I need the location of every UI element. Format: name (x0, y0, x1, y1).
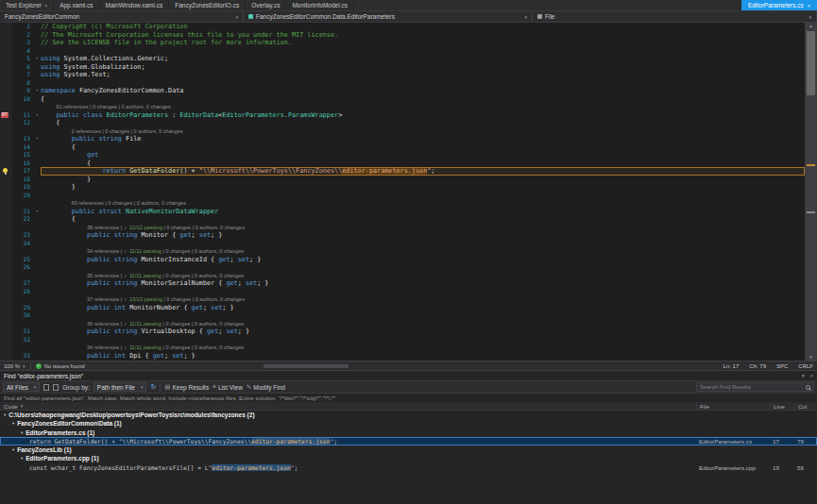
keep-results-toggle[interactable]: ▤ Keep Results (164, 382, 209, 392)
code-line[interactable]: 8 (0, 79, 805, 88)
code-line[interactable]: 20 (0, 192, 805, 200)
code-line[interactable]: 30 (0, 311, 805, 320)
code-editor[interactable]: 1// Copyright (c) Microsoft Corporation2… (0, 23, 817, 361)
codelens-row[interactable]: 38 references | ✓ 12/12 passing | 0 chan… (0, 224, 805, 232)
code-line[interactable]: 28 (0, 288, 805, 296)
scroll-up-icon[interactable]: ▲ (805, 23, 817, 29)
code-line[interactable]: 14 { (0, 143, 805, 152)
tab-app-xaml-cs[interactable]: App.xaml.cs (54, 0, 99, 10)
code-line[interactable]: 33 public int Dpi { get; set; } (0, 352, 805, 361)
search-input[interactable] (700, 384, 804, 390)
code-line[interactable]: 31 public string VirtualDesktop { get; s… (0, 328, 805, 336)
codelens-row[interactable]: 36 references | ✓ 11/11 passing | 0 chan… (0, 320, 805, 328)
close-icon[interactable]: × (808, 3, 810, 8)
column-line[interactable]: Line (770, 403, 794, 410)
group-by-dropdown[interactable]: Path then File ▾ (94, 382, 147, 392)
code-line[interactable]: 2// The Microsoft Corporation licenses t… (0, 31, 805, 40)
line-ending-indicator[interactable]: CRLF (798, 363, 813, 369)
codelens-row[interactable]: 91 references | 0 changes | 0 authors, 0… (0, 103, 805, 111)
scroll-down-icon[interactable]: ▼ (805, 354, 817, 361)
code-line[interactable]: 29 public int MonitorNumber { get; set; … (0, 304, 805, 312)
column-col[interactable]: Col (794, 403, 817, 410)
close-icon[interactable]: × (810, 373, 813, 378)
find-group-row[interactable]: ▾FancyZonesEditorCommon\Data (1) (0, 419, 817, 428)
code-line[interactable]: 32 (0, 336, 805, 344)
scrollbar-thumb[interactable] (264, 364, 349, 368)
find-group-row[interactable]: ▾C:\Users\zhaopengwang\Desktop\powertoys… (0, 411, 817, 419)
tab-fancyzoneseditorio-cs[interactable]: FancyZonesEditorIO.cs (169, 0, 246, 10)
scope-dropdown[interactable]: All Files ▾ (3, 382, 40, 392)
code-line[interactable]: 19 } (0, 183, 805, 192)
codelens-row[interactable]: 34 references | ✓ 11/11 passing | 0 chan… (0, 247, 805, 256)
find-group-row[interactable]: ▾EditorParameters.cs (1) (0, 428, 817, 437)
list-view-toggle[interactable]: ≡ List View (213, 382, 243, 392)
code-line[interactable]: 24 (0, 240, 805, 248)
expand-arrow-icon[interactable]: ▾ (21, 428, 23, 437)
horizontal-scrollbar[interactable] (90, 363, 713, 369)
tab-monitorinfomodel-cs[interactable]: MonitorInfoModel.cs (286, 0, 354, 10)
editor-vertical-scrollbar[interactable]: ▲ ▼ (805, 23, 817, 361)
fold-chevron-icon[interactable]: ▾ (33, 111, 41, 120)
codelens-row[interactable]: 37 references | ✓ 13/13 passing | 0 chan… (0, 295, 805, 304)
find-group-row[interactable]: ▾FancyZonesLib (1) (0, 445, 817, 454)
expand-arrow-icon[interactable]: ▾ (21, 454, 23, 462)
fold-chevron-icon[interactable]: ▾ (33, 55, 41, 63)
column-code[interactable]: Code ▾ (0, 403, 696, 410)
code-line[interactable]: 18 } (0, 176, 805, 184)
chevron-down-icon[interactable]: ▾ (802, 373, 805, 378)
code-line[interactable]: 1// Copyright (c) Microsoft Corporation (0, 23, 805, 31)
find-group-row[interactable]: ▾EditorParameters.cpp (1) (0, 454, 817, 462)
code-line[interactable]: 17 return GetDataFolder() + "\\Microsoft… (0, 167, 805, 176)
codelens-row[interactable]: 2 references | 0 changes | 0 authors, 0 … (0, 127, 805, 136)
tab-overlay-cs[interactable]: Overlay.cs (246, 0, 286, 10)
code-line[interactable]: 4 (0, 47, 805, 56)
find-search-box[interactable] (696, 382, 814, 392)
code-line[interactable]: 12 { (0, 119, 805, 127)
codelens-row[interactable]: 35 references | ✓ 11/11 passing | 0 chan… (0, 272, 805, 280)
expand-arrow-icon[interactable]: ▾ (4, 411, 6, 419)
modify-find-button[interactable]: ✎ Modify Find (247, 382, 285, 392)
expand-arrow-icon[interactable]: ▾ (12, 445, 14, 454)
issues-indicator[interactable]: ✓ No issues found (36, 363, 85, 369)
open-document-icon[interactable] (43, 384, 49, 391)
code-line[interactable]: 34 (0, 360, 805, 361)
code-line[interactable]: 15 get (0, 151, 805, 160)
scrollbar-thumb[interactable] (807, 31, 815, 95)
copy-icon[interactable] (53, 384, 59, 391)
code-line[interactable]: 6using System.Globalization; (0, 63, 805, 72)
tab-mainwindow-xaml-cs[interactable]: MainWindow.xaml.cs (100, 0, 170, 10)
spaces-indicator[interactable]: SPC (776, 363, 788, 369)
tab-test-explorer[interactable]: Test Explorer× (0, 0, 54, 10)
project-dropdown[interactable]: FancyZonesEditorCommon ▾ (0, 11, 244, 22)
fold-chevron-icon[interactable]: ▾ (33, 208, 41, 216)
code-line[interactable]: 16 { (0, 160, 805, 168)
type-dropdown[interactable]: FancyZonesEditorCommon.Data.EditorParame… (244, 11, 533, 22)
code-line[interactable]: 27 public string MonitorSerialNumber { g… (0, 279, 805, 288)
find-result-row[interactable]: return GetDataFolder() + "\\Microsoft\\P… (0, 437, 817, 445)
member-dropdown[interactable]: File ▾ (533, 11, 817, 22)
fold-chevron-icon[interactable]: ▾ (33, 87, 41, 95)
code-line[interactable]: 22 { (0, 215, 805, 224)
zoom-dropdown[interactable]: 100 % ▾ (4, 363, 26, 369)
codelens-row[interactable]: 34 references | ✓ 11/11 passing | 0 chan… (0, 344, 805, 352)
code-line[interactable]: 7using System.Text; (0, 71, 805, 79)
fold-chevron-icon[interactable]: ▾ (33, 135, 41, 143)
tab-editorparameters-active[interactable]: EditorParameters.cs × (741, 0, 817, 10)
lightbulb-icon[interactable] (3, 168, 8, 173)
code-line[interactable]: 26 (0, 263, 805, 272)
code-line[interactable]: 5▾using System.Collections.Generic; (0, 55, 805, 63)
code-line[interactable]: 23 public string Monitor { get; set; } (0, 231, 805, 240)
code-line[interactable]: 13▾ public string File (0, 135, 805, 143)
code-line[interactable]: 3// See the LICENSE file in the project … (0, 39, 805, 47)
code-line[interactable]: 25 public string MonitorInstanceId { get… (0, 256, 805, 264)
code-line[interactable]: RT11▾ public class EditorParameters : Ed… (0, 111, 805, 120)
code-line[interactable]: 10{ (0, 95, 805, 104)
find-result-row[interactable]: const wchar_t FancyZonesEditorParameters… (0, 463, 817, 472)
expand-arrow-icon[interactable]: ▾ (12, 419, 14, 428)
column-file[interactable]: File (696, 403, 770, 410)
code-line[interactable]: 21▾ public struct NativeMonitorDataWrapp… (0, 208, 805, 216)
codelens-row[interactable]: 60 references | 0 changes | 0 authors, 0… (0, 199, 805, 208)
refresh-icon[interactable]: ↻ (150, 383, 156, 391)
close-icon[interactable]: × (44, 3, 47, 8)
margin-badge[interactable]: RT (1, 112, 9, 118)
